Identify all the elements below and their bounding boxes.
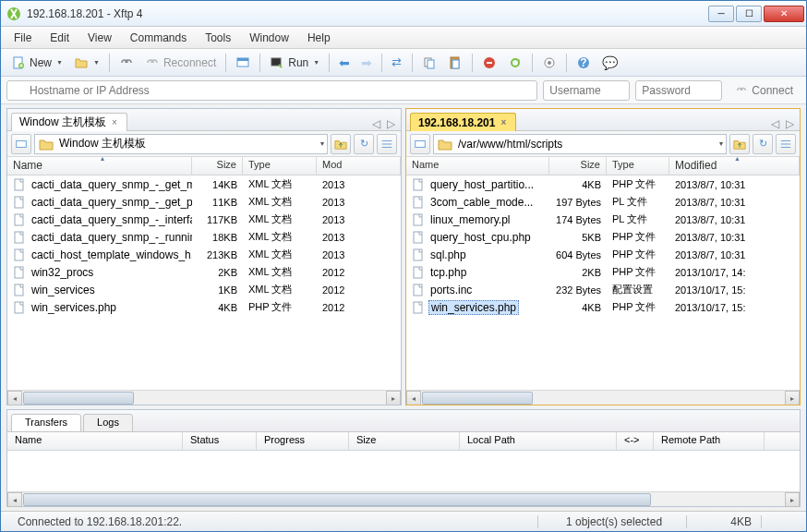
file-row[interactable]: cacti_data_query_snmp_-_interfa...117KBX… xyxy=(7,211,401,228)
properties-button[interactable] xyxy=(114,53,139,73)
col-type[interactable]: Type xyxy=(243,157,317,175)
tab-next-icon[interactable]: ▷ xyxy=(384,117,397,130)
view-mode-button[interactable] xyxy=(377,134,397,154)
maximize-button[interactable]: ☐ xyxy=(736,6,762,22)
transfer-col[interactable]: Size xyxy=(349,432,460,450)
refresh-pane-button[interactable]: ↻ xyxy=(753,134,773,154)
remote-path-combo[interactable]: /var/www/html/scripts ▾ xyxy=(433,134,727,154)
status-selection: 1 object(s) selected xyxy=(557,515,686,528)
run-button[interactable]: Run ▼ xyxy=(265,53,324,73)
sync-icon: ⇄ xyxy=(391,55,402,69)
up-folder-button[interactable] xyxy=(729,134,750,154)
username-input[interactable] xyxy=(543,80,630,101)
reconnect-button[interactable]: Reconnect xyxy=(140,53,221,73)
remote-tab[interactable]: 192.168.18.201 × xyxy=(410,113,516,131)
col-name[interactable]: Name xyxy=(406,157,549,175)
status-connection: Connected to 192.168.18.201:22. xyxy=(8,515,537,528)
transfers-panel: Transfers Logs NameStatusProgressSizeLoc… xyxy=(6,409,801,507)
tab-close-icon[interactable]: × xyxy=(500,117,506,127)
new-button[interactable]: New ▼ xyxy=(6,53,67,73)
local-tab[interactable]: Window 主机模板 × xyxy=(11,113,127,131)
file-row[interactable]: 3com_cable_mode...197 BytesPL 文件2013/8/7… xyxy=(406,193,800,211)
sync-button[interactable]: ⇄ xyxy=(387,53,407,73)
menu-window[interactable]: Window xyxy=(240,29,298,47)
up-folder-button[interactable] xyxy=(331,134,351,154)
menu-tools[interactable]: Tools xyxy=(196,29,240,47)
list-icon xyxy=(380,138,393,151)
file-row[interactable]: win_services.php4KBPHP 文件2013/10/17, 15: xyxy=(406,298,800,316)
transfer-col[interactable]: <-> xyxy=(617,432,654,450)
svg-rect-28 xyxy=(414,214,422,225)
transfer-col[interactable]: Status xyxy=(183,432,257,450)
sessions-button[interactable] xyxy=(231,53,255,73)
connect-bar: Connect xyxy=(1,77,806,104)
view-mode-button[interactable] xyxy=(776,134,796,154)
svg-rect-31 xyxy=(414,267,422,278)
transfers-hscrollbar[interactable]: ◂ ▸ xyxy=(7,491,800,506)
menu-help[interactable]: Help xyxy=(298,29,340,47)
refresh-button[interactable] xyxy=(503,53,527,73)
col-name[interactable]: Name▲ xyxy=(7,157,192,175)
menu-file[interactable]: File xyxy=(5,29,41,47)
menu-commands[interactable]: Commands xyxy=(121,29,196,47)
file-row[interactable]: sql.php604 BytesPHP 文件2013/8/7, 10:31 xyxy=(406,246,800,263)
about-button[interactable]: 💬 xyxy=(597,53,622,73)
refresh-icon xyxy=(508,55,523,70)
file-icon xyxy=(412,301,425,314)
file-row[interactable]: cacti_data_query_snmp_-_get_m...14KBXML … xyxy=(7,175,401,193)
file-row[interactable]: linux_memory.pl174 BytesPL 文件2013/8/7, 1… xyxy=(406,211,800,228)
close-button[interactable]: ✕ xyxy=(764,6,804,22)
back-button[interactable]: ⬅ xyxy=(334,53,355,73)
paste-button[interactable] xyxy=(443,53,467,73)
file-row[interactable]: ports.inc232 Bytes配置设置2013/10/17, 15: xyxy=(406,281,800,298)
file-row[interactable]: cacti_data_query_snmp_-_get_pr...11KBXML… xyxy=(7,193,401,211)
file-row[interactable]: tcp.php2KBPHP 文件2013/10/17, 14: xyxy=(406,263,800,281)
col-modified[interactable]: Modified▲ xyxy=(669,157,800,175)
remote-file-header: Name Size Type Modified▲ xyxy=(406,157,800,175)
col-type[interactable]: Type xyxy=(607,157,669,175)
transfer-col[interactable]: Name xyxy=(7,432,183,450)
tab-prev-icon[interactable]: ◁ xyxy=(768,117,781,130)
file-icon xyxy=(412,284,425,296)
transfer-col[interactable]: Remote Path xyxy=(654,432,765,450)
paste-icon xyxy=(448,55,463,70)
host-input[interactable] xyxy=(6,80,537,101)
col-modified[interactable]: Mod xyxy=(317,157,401,175)
connect-button[interactable]: Connect xyxy=(728,80,801,101)
open-button[interactable]: ▼ xyxy=(69,53,104,73)
refresh-pane-button[interactable]: ↻ xyxy=(354,134,374,154)
col-size[interactable]: Size xyxy=(192,157,243,175)
options-button[interactable] xyxy=(537,53,561,73)
help-button[interactable]: ? xyxy=(572,53,596,73)
file-row[interactable]: cacti_host_template_windows_h...213KBXML… xyxy=(7,246,401,263)
svg-rect-24 xyxy=(15,302,23,313)
menu-edit[interactable]: Edit xyxy=(41,29,78,47)
tab-prev-icon[interactable]: ◁ xyxy=(369,117,382,130)
file-row[interactable]: cacti_data_query_snmp_-_runnin...18KBXML… xyxy=(7,228,401,246)
col-size[interactable]: Size xyxy=(549,157,607,175)
file-row[interactable]: win_services1KBXML 文档2012 xyxy=(7,281,401,298)
local-path-combo[interactable]: Window 主机模板 ▾ xyxy=(34,134,328,154)
tab-logs[interactable]: Logs xyxy=(83,414,133,432)
tab-close-icon[interactable]: × xyxy=(112,117,117,127)
svg-rect-32 xyxy=(414,284,422,296)
password-input[interactable] xyxy=(635,80,722,101)
file-row[interactable]: win_services.php4KBPHP 文件2012 xyxy=(7,298,401,316)
remote-hscrollbar[interactable]: ◂ ▸ xyxy=(406,390,800,405)
tab-transfers[interactable]: Transfers xyxy=(11,414,81,432)
stop-button[interactable] xyxy=(477,53,501,73)
transfer-col[interactable]: Progress xyxy=(257,432,349,450)
copy-button[interactable] xyxy=(417,53,441,73)
file-row[interactable]: query_host_cpu.php5KBPHP 文件2013/8/7, 10:… xyxy=(406,228,800,246)
local-hscrollbar[interactable]: ◂ ▸ xyxy=(7,390,401,405)
forward-button[interactable]: ➡ xyxy=(356,53,377,73)
minimize-button[interactable]: ─ xyxy=(708,6,734,22)
history-button[interactable] xyxy=(11,134,31,154)
file-row[interactable]: win32_procs2KBXML 文档2012 xyxy=(7,263,401,281)
file-icon xyxy=(13,248,26,261)
history-button[interactable] xyxy=(410,134,430,154)
file-row[interactable]: query_host_partitio...4KBPHP 文件2013/8/7,… xyxy=(406,175,800,193)
transfer-col[interactable]: Local Path xyxy=(460,432,617,450)
tab-next-icon[interactable]: ▷ xyxy=(783,117,796,130)
menu-view[interactable]: View xyxy=(78,29,121,47)
